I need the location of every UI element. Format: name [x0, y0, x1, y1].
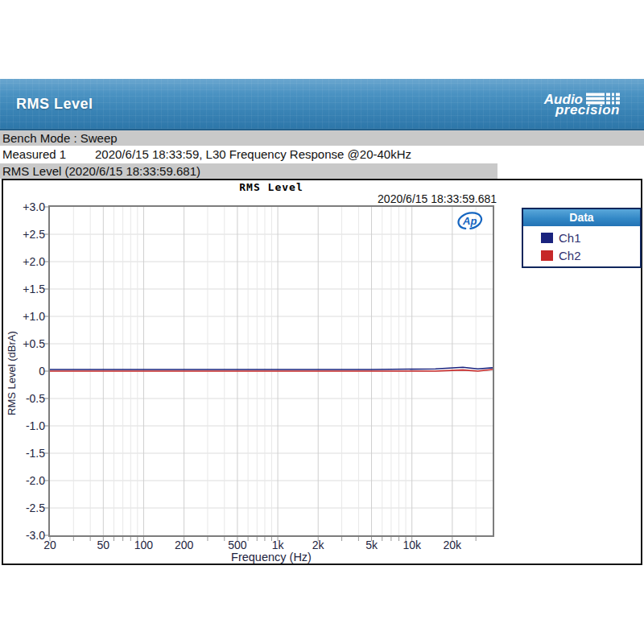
y-tick-label: -2.5	[3, 501, 45, 515]
audio-precision-logo: Audio precision	[544, 93, 620, 116]
y-tick-label: +1.0	[3, 309, 45, 324]
chart-title: RMS Level	[48, 181, 494, 193]
ch2-label: Ch2	[559, 249, 581, 262]
ap-circle-logo-icon: Ap	[457, 210, 485, 231]
y-tick-label: +0.5	[3, 336, 45, 351]
x-tick-label: 5k	[352, 539, 392, 551]
report-header: RMS Level Audio precision	[0, 79, 644, 130]
y-tick-label: -1.0	[3, 419, 45, 433]
x-tick-label: 20k	[432, 539, 473, 551]
x-tick-label: 10k	[392, 539, 432, 551]
y-tick-label: +2.0	[3, 254, 45, 269]
ch2-color-swatch	[541, 250, 553, 261]
x-tick-label: 100	[123, 539, 163, 551]
ch1-label: Ch1	[559, 231, 581, 245]
y-tick-label: -1.5	[3, 446, 45, 460]
measured-value: 2020/6/15 18:33:59, L30 Frequency Respon…	[95, 146, 411, 163]
x-tick-label: 500	[217, 539, 258, 551]
bench-mode-bar: Bench Mode : Sweep	[0, 130, 644, 146]
measured-row: Measured 1 2020/6/15 18:33:59, L30 Frequ…	[0, 146, 644, 163]
y-tick-label: +3.0	[3, 200, 45, 214]
x-tick-label: 50	[83, 539, 123, 551]
y-tick-label: -0.5	[3, 391, 45, 406]
section-title-bar: RMS Level (2020/6/15 18:33:59.681)	[0, 163, 497, 179]
y-tick-label: +2.5	[3, 227, 45, 242]
y-tick-label: 0	[3, 364, 45, 378]
y-tick-label: -2.0	[3, 473, 45, 488]
legend-item-ch1[interactable]: Ch1	[523, 226, 640, 246]
svg-text:Ap: Ap	[462, 215, 477, 227]
x-tick-label: 20	[30, 539, 70, 551]
x-axis-title: Frequency (Hz)	[48, 551, 494, 564]
measured-label: Measured 1	[2, 146, 66, 163]
x-tick-label: 200	[164, 539, 204, 551]
legend-box: Data Ch1 Ch2	[522, 208, 642, 268]
legend-item-ch2[interactable]: Ch2	[523, 246, 640, 266]
plot-area	[48, 205, 494, 537]
logo-text-precision: precision	[544, 104, 620, 116]
report-page: RMS Level Audio precision Bench Mode : S…	[0, 0, 644, 644]
page-title: RMS Level	[16, 96, 93, 113]
chart-timestamp: 2020/6/15 18:33:59.681	[48, 192, 497, 205]
y-tick-label: +1.5	[3, 282, 45, 296]
x-tick-label: 2k	[298, 539, 338, 551]
plot-canvas	[50, 207, 493, 535]
legend-header: Data	[523, 209, 640, 226]
ch1-color-swatch	[541, 233, 553, 243]
x-tick-label: 1k	[258, 539, 298, 551]
chart-frame: RMS Level 2020/6/15 18:33:59.681 RMS Lev…	[2, 179, 642, 565]
